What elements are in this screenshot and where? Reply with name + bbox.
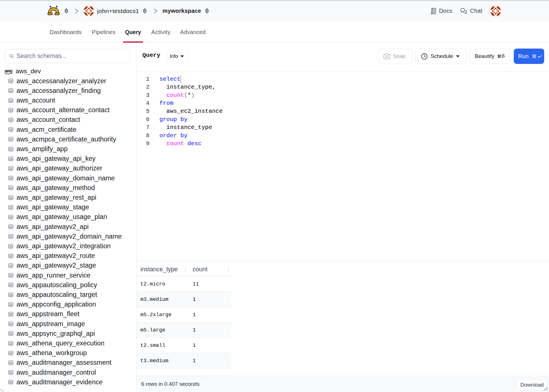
svg-text:aws: aws (5, 69, 13, 73)
